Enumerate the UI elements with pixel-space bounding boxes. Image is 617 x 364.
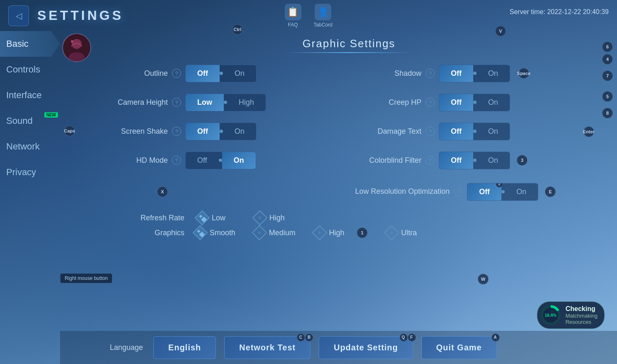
- shadow-on-btn[interactable]: On: [477, 65, 510, 82]
- sidebar-item-sound[interactable]: NEW Sound: [0, 108, 60, 134]
- graphics-label: Graphics: [102, 229, 184, 237]
- checking-badge: 16.4% Checking MatchmakingResources: [537, 301, 605, 329]
- creep-hp-toggle: Off On: [439, 94, 510, 111]
- colorblind-row: Colorblind Filter ? Off On 3: [355, 148, 596, 172]
- hd-mode-help[interactable]: ?: [172, 156, 181, 165]
- top-center-icons: 📋 FAQ 👤 TabCord: [285, 4, 332, 28]
- num7-badge: 7: [602, 70, 613, 81]
- q-badge: Q: [399, 333, 408, 342]
- graphics-ultra-label: Ultra: [401, 229, 417, 237]
- num5-badge: 5: [602, 91, 613, 102]
- tabcord-label: TabCord: [314, 22, 332, 28]
- sidebar-item-interface[interactable]: Interface: [0, 82, 60, 108]
- low-res-on-btn[interactable]: On: [505, 183, 538, 200]
- camera-dot: [224, 101, 227, 104]
- new-badge: NEW: [44, 112, 58, 118]
- x-badge: X: [157, 186, 168, 197]
- sidebar-item-basic[interactable]: Basic: [0, 31, 60, 57]
- shadow-label: Shadow: [355, 69, 421, 78]
- shadow-row: Shadow ? Off On Space: [355, 61, 596, 85]
- main-content: Graphic Settings Outline ? Off On Shadow…: [60, 31, 617, 364]
- refresh-low-option[interactable]: Low: [197, 212, 225, 223]
- graphics-medium-option[interactable]: Medium: [254, 227, 295, 238]
- progress-circle: 16.4%: [541, 305, 561, 325]
- refresh-low-radio[interactable]: [195, 210, 210, 226]
- sidebar-label-privacy: Privacy: [6, 167, 36, 177]
- language-button[interactable]: English: [153, 336, 216, 359]
- damage-text-help[interactable]: ?: [426, 127, 435, 136]
- graphics-ultra-option[interactable]: Ultra: [386, 227, 417, 238]
- c-badge: C: [297, 333, 305, 342]
- quit-game-button[interactable]: Quit Game A: [421, 336, 497, 359]
- low-res-toggle: Off 2 On: [467, 183, 538, 201]
- enter-badge: Enter: [583, 126, 594, 137]
- camera-height-help[interactable]: ?: [172, 98, 181, 107]
- colorblind-on-btn[interactable]: On: [477, 152, 510, 169]
- server-time: Server time: 2022-12-22 20:40:39: [510, 8, 609, 16]
- graphics-medium-radio[interactable]: [252, 225, 267, 241]
- shadow-off-btn[interactable]: Off: [439, 65, 473, 82]
- num3-badge: 3: [517, 155, 527, 166]
- hd-mode-dot: [219, 159, 222, 162]
- camera-height-toggle: Low High: [185, 94, 266, 111]
- colorblind-off-btn[interactable]: Off: [439, 152, 473, 169]
- colorblind-help[interactable]: ?: [426, 156, 435, 165]
- damage-text-off-btn[interactable]: Off: [439, 123, 473, 140]
- graphics-high-label: High: [329, 229, 344, 237]
- sidebar-label-sound: Sound: [6, 116, 33, 126]
- sidebar-item-controls[interactable]: Controls: [0, 57, 60, 82]
- graphics-ultra-radio[interactable]: [384, 225, 399, 241]
- back-button[interactable]: [8, 5, 29, 26]
- faq-icon-button[interactable]: 📋 FAQ: [285, 4, 301, 28]
- sidebar-label-controls: Controls: [6, 64, 40, 75]
- sidebar-label-interface: Interface: [6, 90, 42, 100]
- e-badge: E: [545, 186, 556, 197]
- tabcord-icon-button[interactable]: 👤 TabCord: [314, 4, 332, 28]
- sidebar-item-network[interactable]: Network: [0, 134, 60, 159]
- creep-hp-help[interactable]: ?: [426, 98, 435, 107]
- graphics-medium-label: Medium: [269, 229, 295, 237]
- network-test-button[interactable]: Network Test B C: [224, 336, 310, 359]
- hd-mode-on-btn[interactable]: On: [222, 152, 256, 169]
- screen-shake-help[interactable]: ?: [172, 127, 181, 136]
- creep-hp-on-btn[interactable]: On: [477, 94, 510, 111]
- graphics-smooth-radio[interactable]: [193, 225, 208, 241]
- sidebar-label-network: Network: [6, 141, 40, 152]
- update-setting-button[interactable]: Update Setting F Q: [319, 336, 413, 359]
- outline-toggle: Off On: [185, 65, 256, 82]
- graphics-high-option[interactable]: High: [314, 227, 344, 238]
- screen-shake-label: Screen Shake: [102, 127, 168, 136]
- sidebar-label-basic: Basic: [6, 39, 29, 49]
- hd-mode-off-btn[interactable]: Off: [186, 152, 219, 169]
- outline-help[interactable]: ?: [172, 69, 181, 78]
- screen-shake-on-btn[interactable]: On: [223, 123, 256, 140]
- refresh-low-label: Low: [212, 214, 225, 222]
- outline-dot: [220, 72, 223, 75]
- outline-on-btn[interactable]: On: [223, 65, 256, 82]
- hd-mode-row: HD Mode ? Off On: [102, 148, 343, 172]
- graphics-high-radio[interactable]: [312, 225, 327, 241]
- creep-hp-off-btn[interactable]: Off: [439, 94, 473, 111]
- space-badge: Space: [518, 68, 529, 79]
- checking-subtitle: MatchmakingResources: [566, 313, 598, 325]
- screen-shake-off-btn[interactable]: Off: [186, 123, 220, 140]
- creep-hp-row: Creep HP ? Off On: [355, 90, 596, 114]
- graphics-smooth-option[interactable]: Smooth: [195, 227, 235, 238]
- low-res-off-btn[interactable]: Off 2: [467, 183, 501, 200]
- outline-off-btn[interactable]: Off: [186, 65, 220, 82]
- low-res-help[interactable]: ?: [454, 187, 463, 196]
- faq-label: FAQ: [288, 22, 298, 28]
- outline-row: Outline ? Off On: [102, 61, 343, 85]
- sidebar-item-privacy[interactable]: Privacy: [0, 159, 60, 185]
- refresh-high-option[interactable]: High: [254, 212, 285, 223]
- low-res-dot: [501, 190, 505, 193]
- outline-label: Outline: [102, 69, 168, 78]
- settings-grid: Outline ? Off On Shadow ? Off On Space C…: [93, 61, 605, 206]
- shadow-help[interactable]: ?: [426, 69, 435, 78]
- num4-badge: 4: [602, 54, 613, 65]
- damage-text-on-btn[interactable]: On: [477, 123, 510, 140]
- refresh-high-radio[interactable]: [252, 210, 268, 226]
- camera-low-btn[interactable]: Low: [186, 94, 224, 111]
- top-bar: SETTINGS 📋 FAQ 👤 TabCord Server time: 20…: [0, 0, 617, 31]
- camera-high-btn[interactable]: High: [227, 94, 266, 111]
